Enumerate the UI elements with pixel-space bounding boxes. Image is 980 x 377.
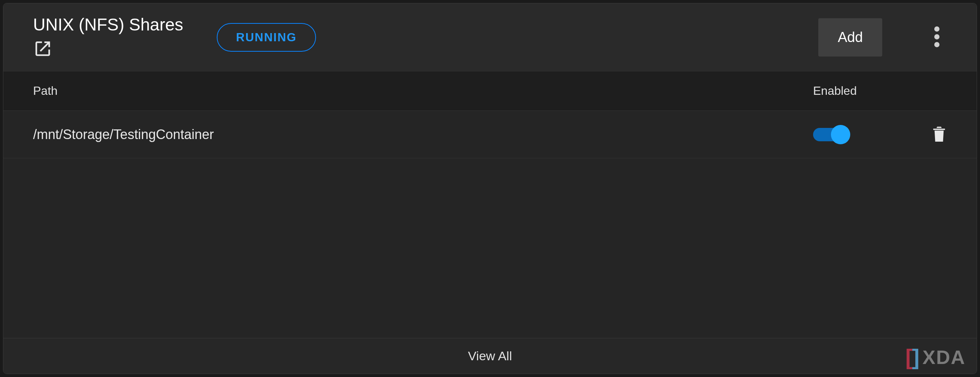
card-title: UNIX (NFS) Shares [33, 14, 183, 35]
more-menu-button[interactable] [923, 19, 951, 56]
svg-point-0 [934, 26, 939, 32]
external-link-icon[interactable] [33, 39, 183, 60]
column-header-enabled: Enabled [813, 84, 902, 98]
trash-icon [931, 124, 947, 145]
bracket-icon: ] [912, 344, 920, 370]
shares-card: UNIX (NFS) Shares RUNNING Add Path Enabl… [3, 3, 977, 374]
bracket-icon: [ [905, 344, 913, 370]
delete-button[interactable] [902, 124, 947, 145]
view-all-button[interactable]: View All [468, 349, 512, 363]
title-group: UNIX (NFS) Shares [33, 14, 183, 60]
table-header: Path Enabled [3, 71, 977, 111]
svg-point-2 [934, 42, 939, 47]
column-header-path: Path [33, 84, 813, 98]
card-footer: View All [ ] XDA [3, 338, 977, 374]
row-path: /mnt/Storage/TestingContainer [33, 127, 813, 142]
table-row[interactable]: /mnt/Storage/TestingContainer [3, 111, 977, 158]
table-body: /mnt/Storage/TestingContainer [3, 111, 977, 338]
add-button[interactable]: Add [818, 18, 882, 57]
status-badge: RUNNING [217, 23, 316, 52]
watermark-text: XDA [923, 346, 966, 369]
watermark: [ ] XDA [905, 344, 966, 370]
svg-point-1 [934, 34, 939, 40]
enabled-toggle[interactable] [813, 128, 849, 141]
card-header: UNIX (NFS) Shares RUNNING Add [3, 3, 977, 71]
